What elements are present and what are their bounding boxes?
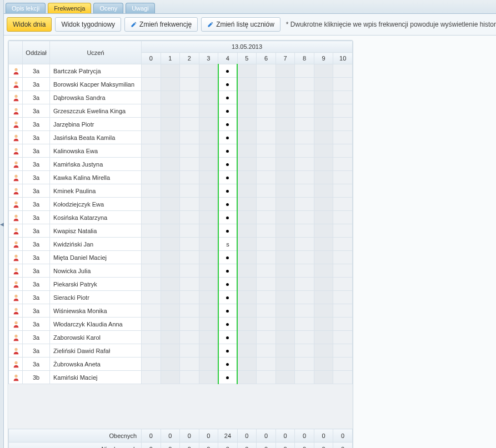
attendance-cell[interactable] <box>180 91 199 104</box>
attendance-cell[interactable] <box>218 318 238 331</box>
attendance-cell[interactable] <box>218 291 238 304</box>
attendance-cell[interactable] <box>257 251 276 264</box>
attendance-cell[interactable] <box>275 158 295 171</box>
attendance-cell[interactable] <box>218 131 238 144</box>
attendance-cell[interactable] <box>180 318 199 331</box>
attendance-cell[interactable] <box>295 198 314 211</box>
attendance-cell[interactable] <box>237 198 257 211</box>
attendance-cell[interactable] <box>199 64 218 78</box>
attendance-cell[interactable] <box>275 331 295 344</box>
attendance-cell[interactable] <box>142 118 161 131</box>
attendance-cell[interactable] <box>218 211 238 224</box>
attendance-cell[interactable] <box>333 371 353 384</box>
attendance-cell[interactable] <box>333 331 353 344</box>
attendance-cell[interactable] <box>237 158 257 171</box>
attendance-cell[interactable] <box>199 264 218 278</box>
edit-student-list-button[interactable]: Zmień listę uczniów <box>201 17 280 32</box>
attendance-cell[interactable] <box>218 158 238 171</box>
attendance-cell[interactable] <box>275 184 295 198</box>
attendance-cell[interactable] <box>161 238 180 251</box>
attendance-cell[interactable] <box>142 371 161 384</box>
attendance-cell[interactable] <box>314 344 333 358</box>
attendance-cell[interactable] <box>237 171 257 184</box>
tab-opis[interactable]: Opis lekcji <box>6 3 46 13</box>
attendance-cell[interactable] <box>295 318 314 331</box>
attendance-cell[interactable] <box>275 118 295 131</box>
attendance-cell[interactable] <box>257 144 276 158</box>
attendance-cell[interactable] <box>218 358 238 371</box>
attendance-cell[interactable] <box>218 91 238 104</box>
attendance-cell[interactable] <box>218 144 238 158</box>
attendance-cell[interactable] <box>257 118 276 131</box>
attendance-cell[interactable] <box>257 224 276 238</box>
attendance-cell[interactable] <box>237 211 257 224</box>
attendance-cell[interactable] <box>199 158 218 171</box>
attendance-cell[interactable] <box>161 251 180 264</box>
attendance-cell[interactable] <box>333 78 353 91</box>
attendance-cell[interactable] <box>180 158 199 171</box>
attendance-cell[interactable] <box>314 184 333 198</box>
attendance-cell[interactable] <box>199 318 218 331</box>
attendance-cell[interactable] <box>275 358 295 371</box>
attendance-cell[interactable] <box>199 131 218 144</box>
attendance-cell[interactable] <box>295 331 314 344</box>
attendance-cell[interactable] <box>314 318 333 331</box>
attendance-cell[interactable] <box>142 291 161 304</box>
attendance-cell[interactable] <box>257 78 276 91</box>
attendance-cell[interactable] <box>180 198 199 211</box>
attendance-cell[interactable] <box>257 238 276 251</box>
attendance-cell[interactable] <box>275 78 295 91</box>
attendance-cell[interactable] <box>333 144 353 158</box>
attendance-cell[interactable] <box>237 64 257 78</box>
attendance-cell[interactable] <box>199 144 218 158</box>
attendance-cell[interactable] <box>295 224 314 238</box>
attendance-cell[interactable] <box>218 184 238 198</box>
attendance-cell[interactable] <box>199 278 218 291</box>
attendance-cell[interactable] <box>275 91 295 104</box>
attendance-cell[interactable] <box>161 198 180 211</box>
attendance-cell[interactable] <box>180 184 199 198</box>
attendance-cell[interactable] <box>333 278 353 291</box>
attendance-cell[interactable] <box>161 104 180 118</box>
attendance-cell[interactable] <box>218 371 238 384</box>
attendance-cell[interactable] <box>295 344 314 358</box>
attendance-cell[interactable] <box>257 104 276 118</box>
left-splitter[interactable]: ◀ <box>0 0 4 448</box>
attendance-cell[interactable] <box>237 224 257 238</box>
attendance-cell[interactable] <box>314 131 333 144</box>
attendance-cell[interactable] <box>142 278 161 291</box>
attendance-cell[interactable] <box>199 78 218 91</box>
attendance-cell[interactable] <box>180 251 199 264</box>
attendance-cell[interactable] <box>180 291 199 304</box>
attendance-cell[interactable] <box>295 171 314 184</box>
attendance-cell[interactable] <box>314 64 333 78</box>
attendance-cell[interactable] <box>237 184 257 198</box>
attendance-cell[interactable] <box>161 358 180 371</box>
tab-uwagi[interactable]: Uwagi <box>126 3 155 13</box>
attendance-cell[interactable] <box>314 291 333 304</box>
attendance-cell[interactable] <box>333 224 353 238</box>
attendance-cell[interactable] <box>142 158 161 171</box>
attendance-cell[interactable]: s <box>218 238 238 251</box>
attendance-cell[interactable] <box>314 91 333 104</box>
attendance-cell[interactable] <box>295 104 314 118</box>
tab-oceny[interactable]: Oceny <box>93 3 123 13</box>
attendance-cell[interactable] <box>314 224 333 238</box>
attendance-cell[interactable] <box>180 118 199 131</box>
attendance-cell[interactable] <box>237 104 257 118</box>
attendance-cell[interactable] <box>333 184 353 198</box>
edit-attendance-button[interactable]: Zmień frekwencję <box>124 17 198 32</box>
attendance-cell[interactable] <box>237 118 257 131</box>
attendance-cell[interactable] <box>142 251 161 264</box>
attendance-cell[interactable] <box>180 144 199 158</box>
attendance-cell[interactable] <box>314 251 333 264</box>
attendance-cell[interactable] <box>295 158 314 171</box>
attendance-cell[interactable] <box>333 238 353 251</box>
attendance-cell[interactable] <box>142 198 161 211</box>
attendance-cell[interactable] <box>314 331 333 344</box>
attendance-cell[interactable] <box>180 238 199 251</box>
attendance-cell[interactable] <box>257 171 276 184</box>
attendance-cell[interactable] <box>180 264 199 278</box>
attendance-cell[interactable] <box>314 264 333 278</box>
attendance-cell[interactable] <box>180 171 199 184</box>
